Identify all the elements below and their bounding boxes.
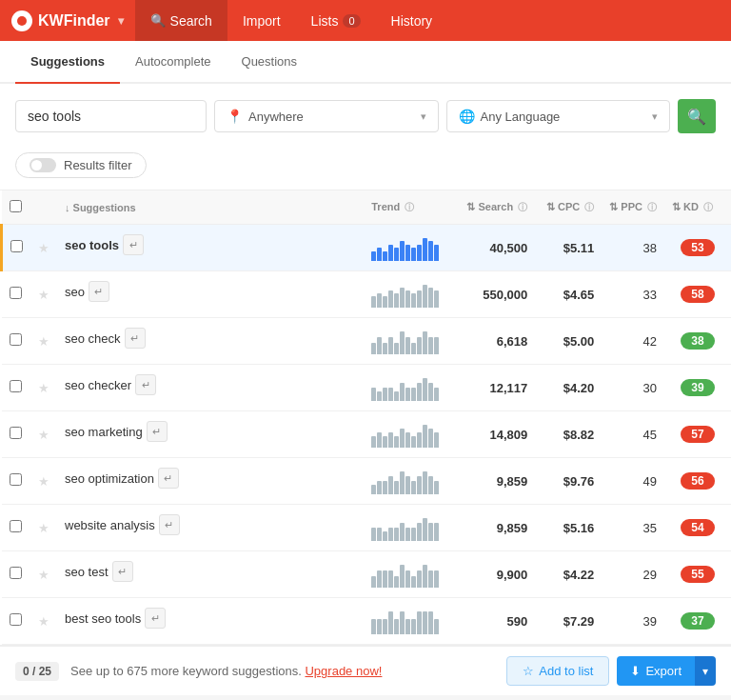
row-ppc-cell: 30 [602, 365, 664, 411]
keyword-text[interactable]: seo [65, 285, 85, 299]
search-info-icon: ⓘ [518, 202, 527, 212]
keyword-text[interactable]: seo tools [65, 238, 119, 252]
row-checkbox[interactable] [10, 567, 22, 579]
keyword-arrow-button[interactable]: ↵ [135, 374, 156, 395]
location-dropdown[interactable]: 📍 Anywhere ▾ [214, 100, 439, 132]
row-checkbox[interactable] [10, 333, 22, 346]
star-icon[interactable]: ★ [38, 241, 49, 255]
star-icon[interactable]: ★ [38, 428, 49, 442]
row-trend-cell [364, 318, 459, 365]
keyword-arrow-button[interactable]: ↵ [147, 421, 168, 442]
row-ppc-cell: 42 [602, 318, 664, 365]
language-dropdown[interactable]: 🌐 Any Language ▾ [446, 100, 671, 132]
star-icon[interactable]: ★ [38, 568, 49, 582]
row-kd-cell: 38 [664, 318, 731, 365]
nav-import[interactable]: Import [227, 0, 296, 41]
nav-lists[interactable]: Lists 0 [296, 0, 376, 41]
footer-right: ☆ Add to list ⬇ Export ▾ [506, 656, 716, 686]
trend-bar [423, 238, 427, 261]
ppc-value: 30 [643, 381, 657, 395]
tab-autocomplete[interactable]: Autocomplete [120, 41, 227, 84]
trend-bar [434, 481, 439, 494]
trend-chart [371, 468, 451, 494]
keyword-arrow-button[interactable]: ↵ [145, 608, 166, 629]
row-ppc-cell: 33 [602, 271, 664, 318]
add-to-list-button[interactable]: ☆ Add to list [506, 656, 609, 686]
table-header-row: ↓ Suggestions Trend ⓘ ⇅ Search ⓘ ⇅ CPC ⓘ [2, 190, 732, 225]
trend-bar [434, 570, 439, 588]
row-checkbox[interactable] [10, 287, 22, 299]
tab-suggestions[interactable]: Suggestions [15, 41, 120, 84]
col-header-ppc[interactable]: ⇅ PPC ⓘ [602, 190, 664, 225]
star-icon[interactable]: ★ [38, 474, 49, 489]
export-button[interactable]: ⬇ Export [617, 656, 695, 686]
filter-label: Results filter [64, 158, 132, 172]
trend-bar [411, 528, 416, 541]
row-checkbox[interactable] [10, 473, 22, 486]
col-header-trend[interactable]: Trend ⓘ [364, 190, 459, 225]
trend-bar [417, 476, 422, 494]
star-icon[interactable]: ★ [38, 614, 49, 629]
keyword-arrow-button[interactable]: ↵ [159, 514, 180, 535]
nav-search[interactable]: 🔍 Search [135, 0, 227, 41]
keyword-text[interactable]: website analysis [65, 518, 155, 532]
results-filter-toggle[interactable]: Results filter [15, 152, 147, 178]
row-keyword-cell: best seo tools↵ [57, 598, 364, 638]
star-icon[interactable]: ★ [38, 288, 49, 302]
row-checkbox[interactable] [10, 613, 22, 626]
trend-bar [405, 245, 410, 261]
trend-bar [377, 248, 382, 261]
trend-bar [371, 619, 376, 634]
keyword-input[interactable] [15, 100, 207, 132]
keyword-text[interactable]: seo check [65, 331, 121, 346]
row-checkbox[interactable] [10, 380, 22, 392]
select-all-checkbox[interactable] [10, 200, 22, 212]
col-header-check[interactable] [2, 190, 31, 225]
row-keyword-cell: seo checker↵ [57, 365, 364, 405]
trend-bar [405, 528, 410, 541]
keyword-arrow-button[interactable]: ↵ [123, 234, 144, 255]
search-value: 590 [507, 614, 528, 629]
ppc-value: 35 [643, 521, 657, 535]
keyword-arrow-button[interactable]: ↵ [125, 328, 146, 349]
row-ppc-cell: 49 [602, 458, 664, 505]
row-kd-cell: 54 [664, 505, 731, 551]
keyword-text[interactable]: seo test [65, 565, 109, 579]
row-checkbox[interactable] [10, 240, 23, 252]
keyword-text[interactable]: seo checker [65, 378, 131, 392]
col-header-kd[interactable]: ⇅ KD ⓘ [664, 190, 731, 225]
ppc-value: 39 [643, 614, 657, 629]
search-value: 6,618 [497, 334, 528, 349]
col-header-search[interactable]: ⇅ Search ⓘ [459, 190, 535, 225]
keyword-arrow-button[interactable]: ↵ [112, 561, 133, 582]
table-row: ★best seo tools↵590$7.293937 [2, 598, 732, 645]
star-icon[interactable]: ★ [38, 521, 49, 535]
trend-bar [371, 343, 376, 354]
star-icon[interactable]: ★ [38, 334, 49, 349]
nav-history[interactable]: History [376, 0, 448, 41]
row-checkbox[interactable] [10, 427, 22, 439]
row-trend-cell [364, 551, 459, 598]
row-trend-cell [364, 598, 459, 645]
keyword-text[interactable]: best seo tools [65, 611, 141, 626]
search-button[interactable]: 🔍 [678, 99, 716, 133]
trend-bar [377, 293, 382, 308]
row-checkbox[interactable] [10, 520, 22, 532]
keyword-text[interactable]: seo marketing [65, 425, 143, 439]
col-header-cpc[interactable]: ⇅ CPC ⓘ [535, 190, 602, 225]
keyword-arrow-button[interactable]: ↵ [89, 281, 109, 302]
trend-chart [371, 608, 451, 634]
row-checkbox-cell [2, 411, 31, 458]
export-dropdown-button[interactable]: ▾ [695, 656, 716, 686]
trend-bar [434, 619, 439, 634]
tab-questions[interactable]: Questions [227, 41, 313, 84]
keyword-arrow-button[interactable]: ↵ [158, 468, 179, 489]
star-icon[interactable]: ★ [38, 381, 49, 395]
row-star-cell: ★ [30, 458, 57, 505]
upgrade-link[interactable]: Upgrade now! [305, 664, 382, 678]
row-checkbox-cell [2, 458, 31, 505]
col-header-suggestions[interactable]: ↓ Suggestions [57, 190, 364, 225]
keyword-text[interactable]: seo optimization [65, 471, 154, 486]
row-trend-cell [364, 225, 459, 271]
trend-bar [388, 570, 393, 588]
